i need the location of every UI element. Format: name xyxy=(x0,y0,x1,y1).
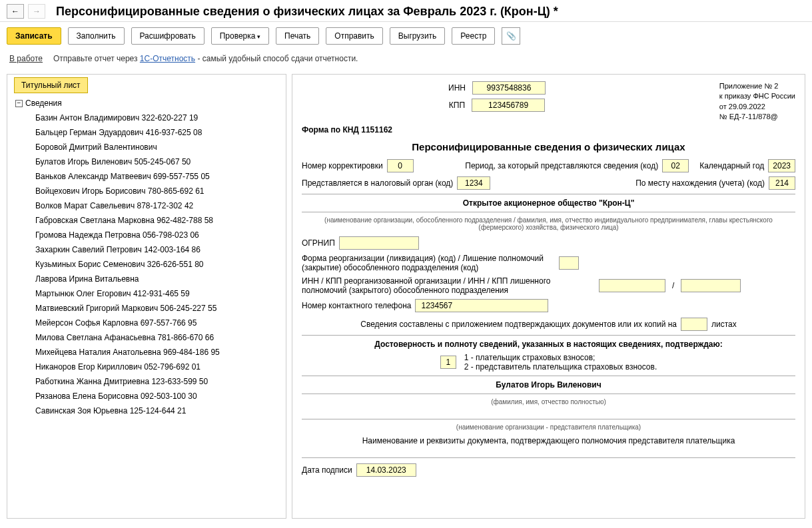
tree-parent-svedeniya[interactable]: − Сведения xyxy=(11,96,286,111)
status-label[interactable]: В работе xyxy=(9,54,43,63)
sheets-label-pre: Сведения составлены с приложением подтве… xyxy=(360,320,677,329)
document-title: Персонифицированные сведения о физически… xyxy=(302,141,795,152)
confirm-code-field[interactable]: 1 xyxy=(440,356,456,369)
inn-label: ИНН xyxy=(448,83,466,93)
correction-field[interactable]: 0 xyxy=(387,159,414,172)
reorg-label: Форма реорганизации (ликвидация) (код) /… xyxy=(302,254,555,272)
decode-button[interactable]: Расшифровать xyxy=(131,27,204,45)
tree-item[interactable]: Захаркин Савелий Петрович 142-003-164 86 xyxy=(11,242,286,257)
org-hint: (наименование организации, обособленного… xyxy=(302,216,795,231)
form-code: Форма по КНД 1151162 xyxy=(302,125,795,134)
check-button[interactable]: Проверка xyxy=(211,27,269,45)
nav-forward-button[interactable]: → xyxy=(28,4,45,19)
tree-item[interactable]: Ваньков Александр Матвеевич 699-557-755 … xyxy=(11,169,286,184)
reorg-inn-label: ИНН / КПП реорганизованной организации /… xyxy=(302,276,595,295)
sign-date-label: Дата подписи xyxy=(302,465,352,475)
tree-item[interactable]: Волков Марат Савельевич 878-172-302 42 xyxy=(11,198,286,213)
sidebar-tab-title[interactable]: Титульный лист xyxy=(14,77,88,93)
tree-item[interactable]: Работкина Жанна Дмитриевна 123-633-599 5… xyxy=(11,374,286,389)
correction-label: Номер корректировки xyxy=(302,161,383,170)
tree-item[interactable]: Никаноров Егор Кириллович 052-796-692 01 xyxy=(11,360,286,374)
tree-item[interactable]: Мартынюк Олег Егорович 412-931-465 59 xyxy=(11,286,286,301)
phone-field[interactable]: 1234567 xyxy=(415,299,548,312)
tree-item[interactable]: Громова Надежда Петровна 056-798-023 06 xyxy=(11,228,286,242)
period-field[interactable]: 02 xyxy=(662,159,689,172)
kpp-field[interactable]: 123456789 xyxy=(472,99,545,112)
tree-item[interactable]: Бальцер Герман Эдуардович 416-937-625 08 xyxy=(11,125,286,140)
phone-label: Номер контактного телефона xyxy=(302,301,411,310)
tree-item[interactable]: Габровская Светлана Марковна 962-482-788… xyxy=(11,213,286,228)
inn-field[interactable]: 9937548836 xyxy=(472,81,546,95)
org-name: Открытое акционерное общество "Крон-Ц" xyxy=(302,198,795,208)
export-button[interactable]: Выгрузить xyxy=(390,27,446,45)
document-content: ИНН 9937548836 КПП 123456789 Приложение … xyxy=(292,74,805,519)
fill-button[interactable]: Заполнить xyxy=(68,27,125,45)
tree-item[interactable]: Булатов Игорь Виленович 505-245-067 50 xyxy=(11,154,286,169)
reorg-kpp-field[interactable] xyxy=(681,279,741,292)
period-label: Период, за который представляются сведен… xyxy=(465,161,658,170)
tree-item[interactable]: Михейцева Наталия Анатольевна 969-484-18… xyxy=(11,345,286,360)
kpp-label: КПП xyxy=(449,101,465,110)
location-label: По месту нахождения (учета) (код) xyxy=(635,178,765,188)
tax-org-label: Представляется в налоговый орган (код) xyxy=(302,178,453,188)
reorg-field[interactable] xyxy=(559,256,579,270)
paperclip-icon: 📎 xyxy=(506,31,516,41)
ogrnip-field[interactable] xyxy=(339,236,419,250)
attach-button[interactable]: 📎 xyxy=(502,27,520,45)
nav-back-button[interactable]: ← xyxy=(7,4,24,19)
tree-item[interactable]: Савинская Зоя Юрьевна 125-124-644 21 xyxy=(11,403,286,418)
tree-item[interactable]: Лаврова Ирина Витальевна xyxy=(11,272,286,286)
signer-name: Булатов Игорь Виленович xyxy=(302,380,795,390)
registry-button[interactable]: Реестр xyxy=(452,27,495,45)
location-field[interactable]: 214 xyxy=(769,176,795,190)
save-button[interactable]: Записать xyxy=(7,27,61,45)
tree-item[interactable]: Матвиевский Григорий Маркович 506-245-22… xyxy=(11,301,286,316)
reorg-inn-field[interactable] xyxy=(599,279,665,292)
tree-item[interactable]: Боровой Дмитрий Валентинович xyxy=(11,140,286,154)
tree-item[interactable]: Рязанова Елена Борисовна 092-503-100 30 xyxy=(11,389,286,403)
send-button[interactable]: Отправить xyxy=(326,27,383,45)
year-field[interactable]: 2023 xyxy=(768,159,795,172)
tax-org-field[interactable]: 1234 xyxy=(457,176,490,190)
confirm-option2: 2 - представитель плательщика страховых … xyxy=(464,362,657,372)
sidebar: Титульный лист − Сведения Базин Антон Вл… xyxy=(7,74,286,519)
sign-date-field[interactable]: 14.03.2023 xyxy=(356,463,416,477)
year-label: Календарный год xyxy=(699,161,764,170)
reporting-link[interactable]: 1С-Отчетность xyxy=(140,54,195,63)
ogrnip-label: ОГРНИП xyxy=(302,238,335,248)
tree-item[interactable]: Мейерсон Софья Карловна 697-557-766 95 xyxy=(11,316,286,330)
sheets-field[interactable] xyxy=(681,318,707,331)
tree-item[interactable]: Кузьминых Борис Семенович 326-626-551 80 xyxy=(11,257,286,272)
confirm-option1: 1 - плательщик страховых взносов; xyxy=(464,353,657,362)
rep-org-hint: (наименование организации - представител… xyxy=(302,423,795,431)
rep-doc-label: Наименование и реквизиты документа, подт… xyxy=(302,436,795,445)
collapse-icon[interactable]: − xyxy=(15,100,23,107)
confirm-title: Достоверность и полноту сведений, указан… xyxy=(302,340,795,349)
tree-item[interactable]: Милова Светлана Афанасьевна 781-866-670 … xyxy=(11,330,286,345)
page-title: Персонифицированные сведения о физически… xyxy=(56,5,558,19)
sheets-label-post: листах xyxy=(711,320,737,329)
tree-item[interactable]: Базин Антон Владимирович 322-620-227 19 xyxy=(11,111,286,125)
signer-hint: (фамилия, имя, отчество полностью) xyxy=(302,398,795,405)
appendix-info: Приложение № 2 к приказу ФНС России от 2… xyxy=(719,81,795,123)
tree-item[interactable]: Войцехович Игорь Борисович 780-865-692 6… xyxy=(11,184,286,198)
status-hint: Отправьте отчет через 1С-Отчетность - са… xyxy=(53,54,358,63)
print-button[interactable]: Печать xyxy=(276,27,319,45)
